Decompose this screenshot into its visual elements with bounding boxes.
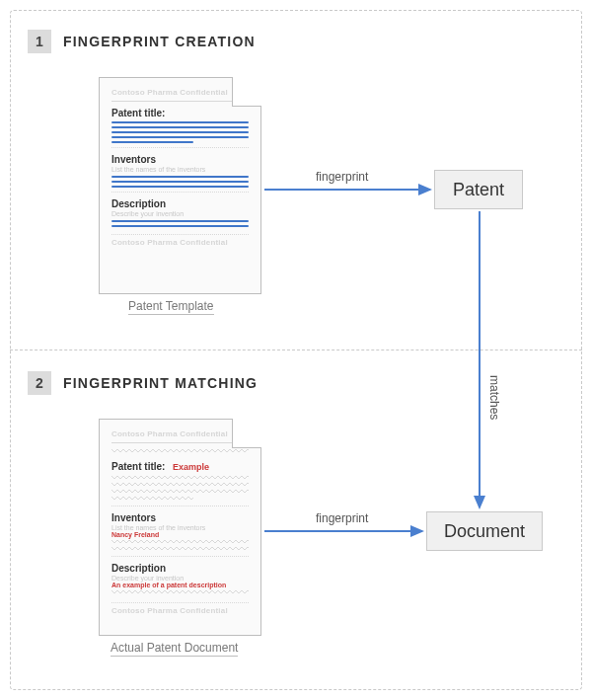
patent-title-label: Patent title: [111,108,249,118]
matches-edge-label: matches [487,375,501,420]
patent-title-row: Patent title: Example [111,456,249,474]
doc-header: Contoso Pharma Confidential [111,429,249,438]
blank-line [111,141,193,143]
step-1-badge: 1 [28,30,51,53]
step-2-badge: 2 [28,371,51,395]
description-label: Description [111,563,249,574]
patent-title-label: Patent title: [111,461,165,472]
doc-footer: Contoso Pharma Confidential [111,234,249,247]
text-line [111,490,249,495]
description-value: An example of a patent description [111,582,249,588]
doc-body: Contoso Pharma Confidential Patent title… [100,420,260,621]
text-line [111,497,193,502]
text-line [111,476,249,481]
doc-header: Contoso Pharma Confidential [111,88,249,97]
blank-line [111,136,249,138]
blank-line [111,225,249,227]
fingerprint-edge-label-2: fingerprint [316,511,368,525]
text-line [111,590,249,595]
text-line [111,449,249,454]
inventors-value: Nancy Freland [111,531,249,538]
document-node: Document [426,511,543,551]
inventors-label: Inventors [111,512,249,523]
text-line [111,540,249,545]
fingerprint-edge-label-1: fingerprint [316,170,368,184]
patent-title-value: Example [173,462,209,472]
doc-footer: Contoso Pharma Confidential [111,602,249,615]
patent-node-label: Patent [453,180,504,200]
step-1-number: 1 [36,34,43,49]
step-1-title: FINGERPRINT CREATION [63,34,256,49]
patent-template-doc: Contoso Pharma Confidential Patent title… [99,77,261,294]
divider [111,442,249,443]
page-fold-icon [232,419,261,448]
step-2-number: 2 [36,375,43,391]
blank-line [111,176,249,178]
inventors-sub: List the names of the inventors [111,166,249,173]
description-sub: Describe your invention [111,210,249,217]
text-line [111,483,249,488]
divider [111,192,249,193]
patent-template-caption: Patent Template [128,299,214,315]
divider [111,147,249,148]
blank-line [111,186,249,188]
description-sub: Describe your invention [111,575,249,582]
inventors-sub: List the names of the inventors [111,524,249,531]
patent-node: Patent [434,170,523,209]
step-2-title: FINGERPRINT MATCHING [63,375,258,391]
blank-line [111,220,249,222]
document-node-label: Document [444,521,525,542]
blank-line [111,121,249,123]
divider [111,506,249,506]
blank-line [111,126,249,128]
section-divider [10,350,582,350]
description-label: Description [111,198,249,209]
page-fold-icon [232,77,261,107]
actual-patent-caption: Actual Patent Document [111,641,238,657]
divider [111,101,249,102]
actual-patent-doc: Contoso Pharma Confidential Patent title… [99,419,261,636]
blank-line [111,181,249,183]
divider [111,556,249,557]
inventors-label: Inventors [111,154,249,165]
blank-line [111,131,249,133]
text-line [111,547,249,552]
